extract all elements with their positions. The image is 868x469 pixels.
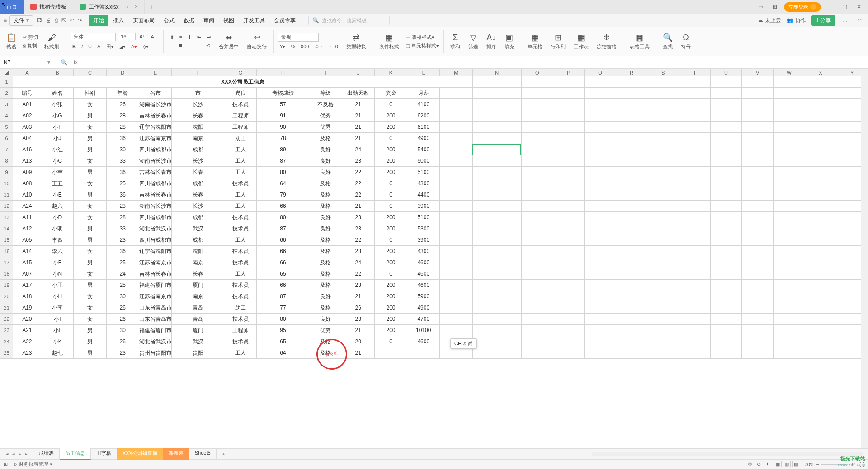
- table-style-button[interactable]: ▤ 表格样式▾: [406, 34, 434, 41]
- cell-P21[interactable]: [553, 302, 585, 314]
- cell-M5[interactable]: [440, 122, 472, 133]
- cell-J23[interactable]: 21: [342, 325, 374, 336]
- cell-R11[interactable]: [616, 189, 647, 201]
- cell-N21[interactable]: [472, 302, 521, 314]
- cell-P13[interactable]: [553, 212, 585, 223]
- cell-T13[interactable]: [679, 212, 711, 223]
- cell-M15[interactable]: [440, 234, 472, 246]
- ribbon-tab-5[interactable]: 审阅: [199, 15, 219, 26]
- cell-K25[interactable]: [374, 347, 407, 359]
- cell-V20[interactable]: [742, 291, 774, 302]
- cell-B19[interactable]: 小王: [41, 280, 74, 291]
- cell-O22[interactable]: [521, 314, 553, 325]
- cell-J7[interactable]: 24: [342, 144, 374, 155]
- cell-F18[interactable]: 长春: [172, 268, 224, 280]
- cell-J5[interactable]: 21: [342, 122, 374, 133]
- cell-M3[interactable]: [440, 99, 472, 110]
- cell-B20[interactable]: 小H: [41, 291, 74, 302]
- cell-G17[interactable]: 技术员: [224, 257, 257, 268]
- cell-P6[interactable]: [553, 133, 585, 144]
- row-header-18[interactable]: 18: [0, 268, 13, 280]
- cell-G23[interactable]: 工程师: [224, 325, 257, 336]
- cell-C8[interactable]: 女: [74, 155, 106, 167]
- comma-icon[interactable]: 000: [299, 43, 311, 50]
- type-convert-button[interactable]: ⇄类型转换: [344, 33, 368, 50]
- cell-L16[interactable]: 4300: [407, 246, 440, 257]
- cell-D16[interactable]: 36: [106, 246, 139, 257]
- cell-X7[interactable]: [805, 144, 836, 155]
- add-sheet-button[interactable]: ＋: [217, 450, 231, 457]
- cell-S18[interactable]: [647, 268, 679, 280]
- cell-T5[interactable]: [679, 122, 711, 133]
- cell-X5[interactable]: [805, 122, 836, 133]
- italic-button[interactable]: I: [80, 43, 85, 50]
- cell-D24[interactable]: 26: [106, 336, 139, 347]
- row-header-5[interactable]: 5: [0, 122, 13, 133]
- sheet-tab-1[interactable]: 员工信息: [60, 448, 91, 460]
- cell-E7[interactable]: 四川省成都市: [139, 144, 171, 155]
- cell-C6[interactable]: 男: [74, 133, 106, 144]
- cell-O18[interactable]: [521, 268, 553, 280]
- cell-I18[interactable]: 及格: [309, 268, 342, 280]
- cell-J10[interactable]: 22: [342, 178, 374, 189]
- cell-W15[interactable]: [774, 234, 805, 246]
- col-header-A[interactable]: A: [13, 69, 41, 76]
- cell-O11[interactable]: [521, 189, 553, 201]
- currency-icon[interactable]: ¥▾: [278, 43, 287, 50]
- cell-B4[interactable]: 小G: [41, 110, 74, 122]
- cell-C7[interactable]: 男: [74, 144, 106, 155]
- cell-F8[interactable]: 长沙: [172, 155, 224, 167]
- cell-W12[interactable]: [774, 201, 805, 212]
- page-view-button[interactable]: ▥: [783, 461, 791, 467]
- cell-X18[interactable]: [805, 268, 836, 280]
- sheet-first-icon[interactable]: |◂: [3, 451, 10, 457]
- cell-K5[interactable]: 200: [374, 122, 407, 133]
- cell-L8[interactable]: 5000: [407, 155, 440, 167]
- cell-E13[interactable]: 四川省成都市: [139, 212, 171, 223]
- cell-J11[interactable]: 22: [342, 189, 374, 201]
- cell-V5[interactable]: [742, 122, 774, 133]
- cell-T9[interactable]: [679, 167, 711, 178]
- cell-D4[interactable]: 28: [106, 110, 139, 122]
- font-name-select[interactable]: 宋体: [71, 33, 116, 41]
- cell-I4[interactable]: 优秀: [309, 110, 342, 122]
- cell-C9[interactable]: 男: [74, 167, 106, 178]
- cell-F5[interactable]: 沈阳: [172, 122, 224, 133]
- cell-L12[interactable]: 3900: [407, 201, 440, 212]
- cell-G5[interactable]: 工程师: [224, 122, 257, 133]
- cell-B3[interactable]: 小张: [41, 99, 74, 110]
- cell-P17[interactable]: [553, 257, 585, 268]
- cell-Q11[interactable]: [585, 189, 616, 201]
- sheet-tab-4[interactable]: 课程表: [163, 448, 189, 460]
- cell-U21[interactable]: [710, 302, 742, 314]
- cell-C12[interactable]: 女: [74, 201, 106, 212]
- cell-H23[interactable]: 95: [257, 325, 309, 336]
- cell-A15[interactable]: A05: [13, 234, 41, 246]
- cell-A16[interactable]: A14: [13, 246, 41, 257]
- horizontal-scrollbar[interactable]: [592, 452, 863, 456]
- cell-N12[interactable]: [472, 201, 521, 212]
- status-icon-2[interactable]: ⊕: [757, 461, 761, 467]
- cell-O10[interactable]: [521, 178, 553, 189]
- cell-D18[interactable]: 24: [106, 268, 139, 280]
- cell-G6[interactable]: 助工: [224, 133, 257, 144]
- cell-M11[interactable]: [440, 189, 472, 201]
- cell-T7[interactable]: [679, 144, 711, 155]
- cell-X3[interactable]: [805, 99, 836, 110]
- cell-N4[interactable]: [472, 110, 521, 122]
- sheet-tab-0[interactable]: 成绩表: [33, 448, 60, 460]
- cell-L24[interactable]: 4600: [407, 336, 440, 347]
- cell-X17[interactable]: [805, 257, 836, 268]
- col-header-K[interactable]: K: [374, 69, 407, 76]
- cell-empty[interactable]: [585, 76, 616, 88]
- cell-D21[interactable]: 26: [106, 302, 139, 314]
- cell-C10[interactable]: 女: [74, 178, 106, 189]
- cell-T25[interactable]: [679, 347, 711, 359]
- cell-X15[interactable]: [805, 234, 836, 246]
- cell-O14[interactable]: [521, 223, 553, 234]
- cell-R4[interactable]: [616, 110, 647, 122]
- header-cell[interactable]: 出勤天数: [342, 88, 374, 99]
- cell-V18[interactable]: [742, 268, 774, 280]
- cell-B6[interactable]: 小J: [41, 133, 74, 144]
- cell-J22[interactable]: 23: [342, 314, 374, 325]
